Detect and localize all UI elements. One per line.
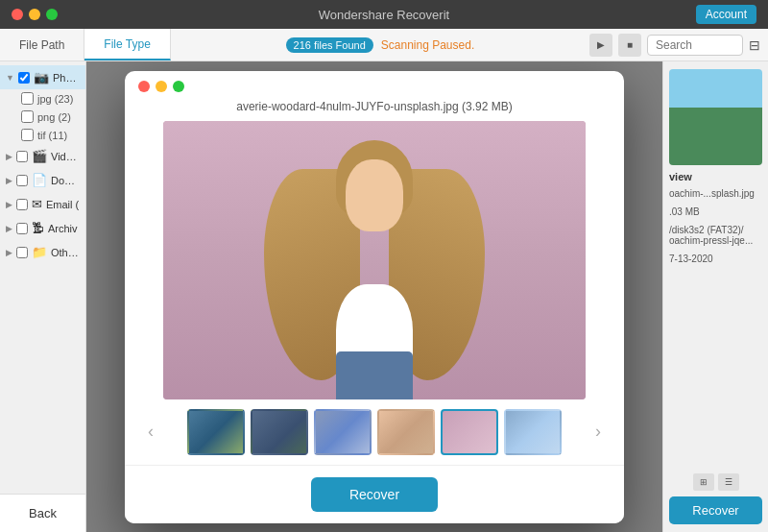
sidebar-subitem-png[interactable]: png (2) <box>0 108 85 126</box>
preview-label: view <box>669 171 762 182</box>
scan-status: 216 files Found Scanning Paused. <box>171 37 589 53</box>
email-label: Email ( <box>46 199 79 210</box>
preview-filename: oachim-...splash.jpg <box>669 188 762 199</box>
account-button[interactable]: Account <box>696 5 756 24</box>
sidebar-item-photo[interactable]: ▼ 📷 Photo <box>0 65 85 89</box>
modal-close-button[interactable] <box>138 81 150 92</box>
archive-checkbox[interactable] <box>16 223 28 234</box>
back-button[interactable]: Back <box>0 494 86 532</box>
recover-button-right[interactable]: Recover <box>669 496 762 524</box>
tif-checkbox[interactable] <box>21 129 34 141</box>
sub-header-right: ▶ ■ ⊟ <box>589 34 768 57</box>
thumbnail-4[interactable] <box>377 409 435 455</box>
stop-icon[interactable]: ■ <box>618 34 641 57</box>
png-label: png (2) <box>37 111 71 123</box>
others-folder-icon: 📁 <box>32 245 47 259</box>
chevron-right-icon3: ▶ <box>6 200 12 209</box>
email-folder-icon: ✉ <box>32 197 42 211</box>
content-area: averie-woodard-4nulm-JUYFo-unsplash.jpg … <box>86 61 662 532</box>
search-input[interactable] <box>647 35 743 56</box>
chevron-down-icon: ▼ <box>6 73 14 83</box>
preview-thumbnail <box>669 69 762 165</box>
face-element <box>346 159 403 231</box>
modal-bottom: Recover <box>125 465 624 523</box>
view-toggle: ⊞ ☰ <box>693 473 739 491</box>
doc-label: Docum <box>51 175 80 186</box>
files-found-badge: 216 files Found <box>286 37 373 53</box>
modal-overlay: averie-woodard-4nulm-JUYFo-unsplash.jpg … <box>86 61 662 532</box>
filter-icon[interactable]: ⊟ <box>749 37 760 53</box>
list-view-button[interactable]: ☰ <box>718 473 739 491</box>
landscape-thumbnail <box>669 69 762 165</box>
photo-folder-icon: 📷 <box>34 70 49 85</box>
sidebar-item-document[interactable]: ▶ 📄 Docum <box>0 168 85 192</box>
person-silhouette <box>278 140 470 399</box>
email-checkbox[interactable] <box>16 199 28 210</box>
modal-maximize-button[interactable] <box>173 81 184 92</box>
chevron-right-icon5: ▶ <box>6 248 12 257</box>
modal-recover-button[interactable]: Recover <box>311 477 438 512</box>
jpg-checkbox[interactable] <box>21 92 34 105</box>
thumbnail-strip: ‹ › <box>125 399 624 465</box>
doc-checkbox[interactable] <box>16 175 28 186</box>
preview-modal: averie-woodard-4nulm-JUYFo-unsplash.jpg … <box>125 71 624 523</box>
modal-minimize-button[interactable] <box>156 81 167 92</box>
preview-path: /disk3s2 (FAT32)/ oachim-pressl-jqe... <box>669 225 762 246</box>
doc-folder-icon: 📄 <box>32 173 47 187</box>
close-button[interactable] <box>12 9 23 20</box>
body-jeans <box>336 351 413 399</box>
prev-thumbnail-button[interactable]: ‹ <box>139 421 162 444</box>
next-thumbnail-button[interactable]: › <box>587 421 610 444</box>
sidebar: ▼ 📷 Photo jpg (23) png (2) tif (11) ▶ 🎬 … <box>0 61 86 532</box>
thumbnail-5[interactable] <box>441 409 498 455</box>
tab-file-type[interactable]: File Type <box>84 29 170 60</box>
png-checkbox[interactable] <box>21 110 34 123</box>
app-title: Wondershare Recoverit <box>319 8 449 22</box>
grid-view-button[interactable]: ⊞ <box>693 473 714 491</box>
thumbnail-2[interactable] <box>251 409 308 455</box>
title-bar: Wondershare Recoverit Account <box>0 0 768 29</box>
sidebar-item-archive[interactable]: ▶ 🗜 Archiv <box>0 216 85 240</box>
photo-background <box>163 121 586 399</box>
video-label: Video ( <box>51 151 80 162</box>
main-preview-image <box>163 121 586 399</box>
preview-date: 7-13-2020 <box>669 254 762 264</box>
jpg-label: jpg (23) <box>37 93 73 105</box>
archive-folder-icon: 🗜 <box>32 221 44 235</box>
others-label: Others <box>51 247 80 258</box>
maximize-button[interactable] <box>46 9 58 20</box>
traffic-lights <box>12 9 58 20</box>
preview-size: .03 MB <box>669 206 762 217</box>
video-folder-icon: 🎬 <box>32 149 47 163</box>
thumbnails-container <box>168 409 581 455</box>
thumbnail-3[interactable] <box>314 409 372 455</box>
video-checkbox[interactable] <box>16 151 28 162</box>
sub-header: File Path File Type 216 files Found Scan… <box>0 29 768 61</box>
modal-image-title: averie-woodard-4nulm-JUYFo-unsplash.jpg … <box>125 98 624 121</box>
sidebar-subitem-jpg[interactable]: jpg (23) <box>0 89 85 108</box>
chevron-right-icon: ▶ <box>6 152 12 161</box>
sidebar-item-label: Photo <box>53 72 80 84</box>
tab-file-path[interactable]: File Path <box>0 29 84 60</box>
scanning-status: Scanning Paused. <box>381 38 474 52</box>
chevron-right-icon2: ▶ <box>6 176 12 185</box>
main-layout: ▼ 📷 Photo jpg (23) png (2) tif (11) ▶ 🎬 … <box>0 61 768 532</box>
sidebar-item-email[interactable]: ▶ ✉ Email ( <box>0 192 85 216</box>
chevron-right-icon4: ▶ <box>6 224 12 233</box>
modal-traffic-lights <box>125 71 624 98</box>
sidebar-item-video[interactable]: ▶ 🎬 Video ( <box>0 144 85 168</box>
play-icon[interactable]: ▶ <box>589 34 612 57</box>
bottom-buttons: ⊞ ☰ Recover <box>669 473 762 524</box>
thumbnail-6[interactable] <box>504 409 562 455</box>
photo-checkbox[interactable] <box>18 72 30 84</box>
others-checkbox[interactable] <box>16 247 28 258</box>
modal-image-container <box>125 121 624 399</box>
sidebar-subitem-tif[interactable]: tif (11) <box>0 126 85 144</box>
minimize-button[interactable] <box>29 9 40 20</box>
sidebar-item-others[interactable]: ▶ 📁 Others <box>0 240 85 264</box>
tif-label: tif (11) <box>37 130 67 141</box>
preview-panel: view oachim-...splash.jpg .03 MB /disk3s… <box>662 61 768 532</box>
archive-label: Archiv <box>48 223 78 234</box>
thumbnail-1[interactable] <box>187 409 245 455</box>
